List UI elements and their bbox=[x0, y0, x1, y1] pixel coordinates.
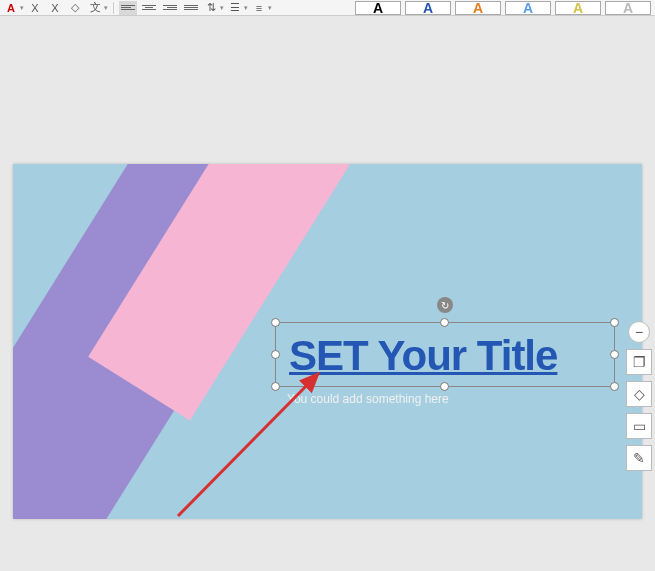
clear-format-icon[interactable]: ◇ bbox=[66, 1, 84, 15]
resize-handle-br[interactable] bbox=[610, 382, 619, 391]
wordart-style-black[interactable]: A bbox=[355, 1, 401, 15]
subscript-icon[interactable]: X bbox=[46, 1, 64, 15]
subtitle-text[interactable]: You could add something here bbox=[287, 392, 449, 406]
dropdown-icon[interactable]: ▾ bbox=[244, 4, 248, 12]
wordart-style-gold[interactable]: A bbox=[555, 1, 601, 15]
numbering-icon[interactable]: ≡ bbox=[250, 1, 268, 15]
wordart-style-orange[interactable]: A bbox=[455, 1, 501, 15]
align-left-button[interactable] bbox=[119, 1, 137, 15]
font-color-icon[interactable]: A bbox=[2, 1, 20, 15]
textbox-selection[interactable]: ↻ bbox=[275, 322, 615, 387]
resize-handle-bm[interactable] bbox=[440, 382, 449, 391]
canvas-area[interactable]: SET Your Title You could add something h… bbox=[0, 16, 655, 571]
superscript-icon[interactable]: X bbox=[26, 1, 44, 15]
bullets-icon[interactable]: ☰ bbox=[226, 1, 244, 15]
resize-handle-tr[interactable] bbox=[610, 318, 619, 327]
side-controls: − ❐ ◇ ▭ ✎ bbox=[626, 321, 652, 471]
wordart-style-lightblue[interactable]: A bbox=[505, 1, 551, 15]
dropdown-icon[interactable]: ▾ bbox=[268, 4, 272, 12]
collapse-panel-button[interactable]: − bbox=[628, 321, 650, 343]
resize-handle-tm[interactable] bbox=[440, 318, 449, 327]
wordart-style-grey[interactable]: A bbox=[605, 1, 651, 15]
case-icon[interactable]: 文 bbox=[86, 1, 104, 15]
rotate-handle[interactable]: ↻ bbox=[437, 297, 453, 313]
layers-button[interactable]: ❐ bbox=[626, 349, 652, 375]
resize-handle-ml[interactable] bbox=[271, 350, 280, 359]
dropdown-icon[interactable]: ▾ bbox=[220, 4, 224, 12]
resize-handle-tl[interactable] bbox=[271, 318, 280, 327]
align-right-button[interactable] bbox=[161, 1, 179, 15]
wordart-gallery: A A A A A A bbox=[355, 0, 653, 16]
dropdown-icon[interactable]: ▾ bbox=[104, 4, 108, 12]
presentation-button[interactable]: ▭ bbox=[626, 413, 652, 439]
align-justify-button[interactable] bbox=[182, 1, 200, 15]
toolbar: A ▾ X X ◇ 文 ▾ ⇅ ▾ ☰ ▾ ≡ ▾ A A A A A A bbox=[0, 0, 655, 16]
wordart-style-blue[interactable]: A bbox=[405, 1, 451, 15]
divider bbox=[113, 2, 114, 14]
resize-handle-bl[interactable] bbox=[271, 382, 280, 391]
resize-handle-mr[interactable] bbox=[610, 350, 619, 359]
align-center-button[interactable] bbox=[140, 1, 158, 15]
format-painter-button[interactable]: ✎ bbox=[626, 445, 652, 471]
fill-button[interactable]: ◇ bbox=[626, 381, 652, 407]
align-group bbox=[119, 1, 200, 15]
dropdown-icon[interactable]: ▾ bbox=[20, 4, 24, 12]
line-spacing-icon[interactable]: ⇅ bbox=[202, 1, 220, 15]
